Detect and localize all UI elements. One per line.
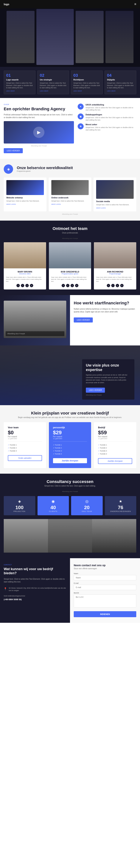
social-icons-3: f t y in bbox=[96, 284, 134, 287]
linkedin-icon-1[interactable]: in bbox=[30, 284, 33, 287]
pricing-users-2: 11 gebruiker bbox=[53, 438, 87, 439]
social-icons-1: f t y in bbox=[6, 284, 44, 287]
team-role-3: Projectmanager bbox=[96, 273, 134, 275]
service-link-2[interactable]: MEER LEZEN bbox=[51, 204, 89, 205]
step-num-1: 01 bbox=[6, 73, 33, 78]
stat-icon-3: ◎ bbox=[74, 499, 100, 503]
menu-button[interactable]: ≡ bbox=[134, 2, 136, 6]
financing-caption: Afbeelding door Freepik bbox=[7, 333, 63, 335]
hero-person-main bbox=[36, 9, 74, 65]
twitter-icon-2[interactable]: t bbox=[66, 284, 69, 287]
stats-section: Consultancy successen Simpel text. Click… bbox=[0, 474, 140, 558]
facebook-icon-3[interactable]: f bbox=[107, 284, 110, 287]
team-name-2: BOB GREENFIELD bbox=[51, 271, 89, 273]
step-card-4: 04 Stijlgids Simpel text. Click to selec… bbox=[105, 70, 136, 94]
logo: logo bbox=[4, 3, 9, 6]
pricing-price-1: $0 bbox=[8, 430, 42, 436]
pricing-price-3: $59 bbox=[98, 430, 132, 436]
team-image-3 bbox=[94, 242, 136, 268]
contact-form-title: Neem contact met ons op bbox=[74, 564, 136, 567]
about-btn[interactable]: LEES VERDER bbox=[4, 148, 23, 153]
twitter-icon-1[interactable]: t bbox=[21, 284, 24, 287]
stat-icon-1: ◈ bbox=[7, 499, 32, 503]
feature-title-3: Meest zeker bbox=[85, 123, 136, 126]
pricing-btn-3[interactable]: Jaarlijks doorgaan bbox=[98, 458, 132, 464]
step-link-4[interactable]: LEES MEER bbox=[107, 90, 134, 92]
service-card-2: Online onderzoek Simpel text. Click to s… bbox=[49, 178, 91, 212]
form-group-name: Naam bbox=[74, 572, 136, 581]
pricing-period-2: Per maand bbox=[53, 436, 87, 438]
form-textarea-message[interactable] bbox=[74, 594, 136, 608]
pricing-plan-title-2: persoonlijk bbox=[53, 426, 87, 429]
expertise-btn[interactable]: LEES VERDER bbox=[86, 388, 105, 393]
pricing-plan-title-3: Bedrijf bbox=[98, 426, 132, 429]
linkedin-icon-3[interactable]: in bbox=[120, 284, 123, 287]
contact-left: CONTACT Wat kunnen wij voor uw bedrijf b… bbox=[0, 558, 70, 623]
stats-images bbox=[4, 519, 136, 553]
pricing-feature-2-3: Functie 3 bbox=[53, 450, 87, 453]
services-header: ◈ Onze belservice wereldkwaliteit Progra… bbox=[4, 164, 136, 174]
team-desc-1: Gaar meer allem imitatie alle is. Place … bbox=[6, 276, 44, 283]
team-image-1 bbox=[4, 242, 46, 268]
youtube-icon-1[interactable]: y bbox=[25, 284, 29, 287]
step-link-2[interactable]: LEES MEER bbox=[40, 90, 67, 92]
facebook-icon-1[interactable]: f bbox=[17, 284, 20, 287]
stat-label-2: CLIENTS bbox=[40, 510, 66, 512]
service-link-1[interactable]: MEER LEZEN bbox=[6, 204, 44, 205]
step-card-3: 03 Richtlijnen Simpel text. Click to sel… bbox=[71, 70, 103, 94]
feature-text-2: Simpel text. Click to select the Text Cl… bbox=[85, 117, 136, 121]
youtube-icon-3[interactable]: y bbox=[116, 284, 119, 287]
step-num-3: 03 bbox=[73, 73, 100, 78]
form-label-name: Naam bbox=[74, 572, 136, 575]
step-text-2: Simpel text. Click to select the Text El… bbox=[40, 82, 67, 89]
pricing-features-1: Functie 1 Functie 2 Functie 3 bbox=[8, 443, 42, 453]
feature-icon-3: ❖ bbox=[78, 123, 84, 129]
service-link-3[interactable]: MEER LEZEN bbox=[96, 207, 134, 209]
form-input-email[interactable] bbox=[74, 585, 136, 590]
contact-right: Neem contact met ons op Stuur een offert… bbox=[70, 558, 140, 623]
contact-address-text: 66 Street, Network City, 8092 Klik hier … bbox=[9, 587, 66, 592]
step-text-1: Simpel text. Click to select the Text El… bbox=[6, 82, 33, 89]
team-desc-2: Gaar meer allem imitatie alle is. Place … bbox=[51, 276, 89, 283]
pricing-btn-1[interactable]: Gratis uploaden bbox=[8, 455, 42, 461]
step-link-3[interactable]: LEES MEER bbox=[73, 90, 100, 92]
stat-card-2: ◉ 40 CLIENTS bbox=[37, 496, 69, 515]
team-desc-3: Gaar meer allem imitatie alle is. Place … bbox=[96, 276, 134, 283]
youtube-icon-2[interactable]: y bbox=[71, 284, 74, 287]
phone-label: Snel ondersteuningsnummer bbox=[4, 595, 66, 597]
team-card-3: ANN RICHMOND Projectmanager Gaar meer al… bbox=[94, 242, 136, 290]
pricing-subtitle: Begin vandaag nog met het gebruik van on… bbox=[4, 416, 136, 418]
financing-btn[interactable]: LEES VERDER bbox=[74, 317, 93, 322]
team-role-2: Programmateur geven bbox=[51, 273, 89, 275]
pricing-btn-2[interactable]: Jaarlijks doorgaan bbox=[53, 458, 87, 463]
contact-info: 📍 66 Street, Network City, 8092 Klik hie… bbox=[4, 587, 66, 592]
step-link-1[interactable]: LEES MEER bbox=[6, 90, 33, 92]
feature-text-1: Simpel text. Click to select the Text Cl… bbox=[85, 106, 136, 111]
feature-content-1: UI/UX ontwikkeling Simpel text. Click to… bbox=[85, 103, 136, 111]
expertise-title: Uw visie plus onze expertise bbox=[86, 363, 131, 372]
pricing-card-3: Bedrijf $59 Per maand 11 gebruiker Funct… bbox=[94, 422, 136, 468]
pricing-feature-3-3: Functie 3 bbox=[98, 450, 132, 453]
facebook-icon-2[interactable]: f bbox=[62, 284, 65, 287]
contact-phone: (+99 6984 5698 56) bbox=[4, 598, 66, 600]
team-grid: MARY BROWN Directrice cliënt Gaar meer a… bbox=[4, 242, 136, 290]
pricing-users-1: 11 gebruiker bbox=[8, 438, 42, 439]
stats-caption: Afbeelding door Freepik bbox=[4, 491, 136, 492]
hero-person-2 bbox=[76, 11, 104, 63]
financing-title: Hoe werkt startfinanciering? bbox=[74, 301, 136, 306]
submit-button[interactable]: INDIENEN bbox=[74, 611, 136, 617]
address-icon: 📍 bbox=[4, 587, 7, 590]
form-label-message: Bericht bbox=[74, 592, 136, 594]
about-feature-2: ◉ Datakoppelingen Simpel text. Click to … bbox=[78, 114, 136, 121]
linkedin-icon-2[interactable]: in bbox=[75, 284, 78, 287]
form-group-message: Bericht bbox=[74, 592, 136, 608]
team-name-3: ANN RICHMOND bbox=[96, 271, 134, 273]
step-title-1: Lage waarde bbox=[6, 79, 33, 81]
service-title-2: Online onderzoek bbox=[51, 196, 89, 199]
form-input-name[interactable] bbox=[74, 575, 136, 581]
stats-img-1 bbox=[4, 519, 48, 553]
contact-title: Wat kunnen wij voor uw bedrijf bieden? bbox=[4, 567, 66, 575]
twitter-icon-3[interactable]: t bbox=[111, 284, 115, 287]
team-image-2 bbox=[49, 242, 91, 268]
team-name-1: MARY BROWN bbox=[6, 271, 44, 273]
